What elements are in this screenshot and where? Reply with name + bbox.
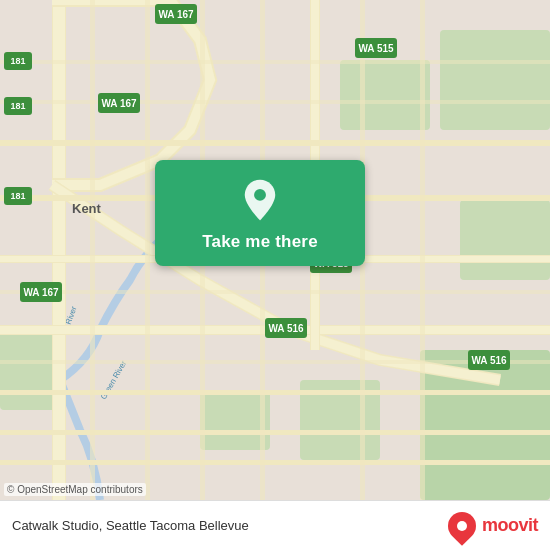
- svg-text:WA 167: WA 167: [23, 287, 59, 298]
- svg-rect-23: [90, 0, 95, 500]
- svg-point-54: [254, 189, 266, 201]
- svg-rect-22: [0, 460, 550, 465]
- svg-rect-31: [0, 290, 550, 294]
- svg-text:Kent: Kent: [72, 201, 102, 216]
- svg-text:181: 181: [10, 101, 25, 111]
- svg-rect-6: [0, 330, 60, 410]
- map-attribution: © OpenStreetMap contributors: [4, 483, 146, 496]
- svg-rect-7: [200, 390, 270, 450]
- cta-label: Take me there: [202, 232, 318, 252]
- moovit-icon: [442, 506, 482, 546]
- location-pin-icon: [238, 178, 282, 222]
- svg-text:WA 515: WA 515: [358, 43, 394, 54]
- svg-rect-20: [0, 390, 550, 395]
- location-text: Catwalk Studio, Seattle Tacoma Bellevue: [12, 518, 249, 533]
- take-me-there-button[interactable]: Take me there: [155, 160, 365, 266]
- svg-text:WA 167: WA 167: [101, 98, 137, 109]
- svg-rect-28: [420, 0, 425, 500]
- svg-rect-2: [440, 30, 550, 130]
- svg-text:181: 181: [10, 56, 25, 66]
- svg-rect-24: [145, 0, 150, 500]
- svg-text:WA 516: WA 516: [471, 355, 507, 366]
- svg-rect-11: [53, 0, 65, 500]
- svg-rect-21: [0, 430, 550, 435]
- svg-text:181: 181: [10, 191, 25, 201]
- svg-rect-30: [0, 100, 550, 104]
- bottom-bar: Catwalk Studio, Seattle Tacoma Bellevue …: [0, 500, 550, 550]
- svg-text:WA 167: WA 167: [158, 9, 194, 20]
- moovit-logo: moovit: [448, 512, 538, 540]
- svg-rect-1: [340, 60, 430, 130]
- svg-rect-3: [460, 200, 550, 280]
- svg-rect-32: [0, 360, 550, 364]
- svg-rect-18: [0, 140, 550, 146]
- svg-text:WA 516: WA 516: [268, 323, 304, 334]
- moovit-text: moovit: [482, 515, 538, 536]
- map-container: Green River Green River: [0, 0, 550, 500]
- svg-rect-29: [0, 60, 550, 64]
